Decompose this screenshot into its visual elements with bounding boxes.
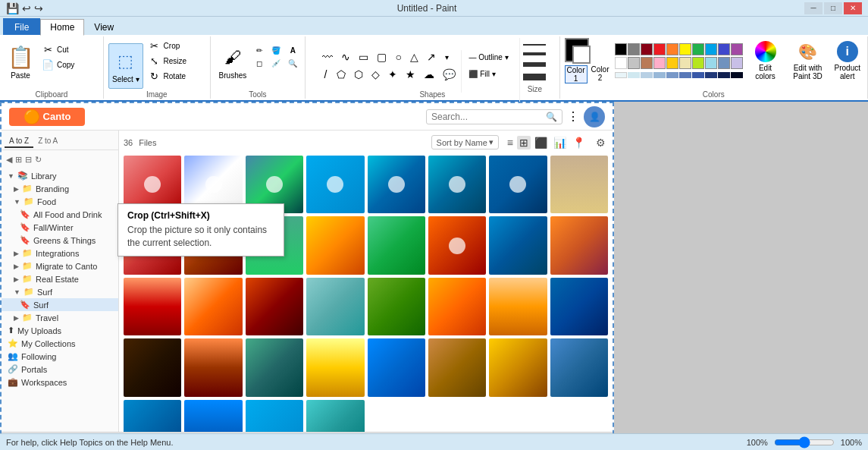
zoom-slider[interactable]: [774, 436, 835, 448]
shape-ellipse[interactable]: ○: [391, 49, 405, 65]
fill-button[interactable]: 🪣: [268, 44, 284, 57]
paste-button[interactable]: 📋 Paste: [5, 39, 36, 85]
color-brown[interactable]: [641, 57, 653, 69]
shape-cloud[interactable]: ☁: [420, 66, 438, 83]
canto-search-bar[interactable]: 🔍: [426, 109, 562, 124]
thumb-30[interactable]: [428, 338, 486, 396]
sidebar-item-library[interactable]: ▼ 📚 Library: [2, 169, 118, 182]
sidebar-item-fallwinter[interactable]: 🔖 Fall/Winter: [2, 221, 118, 234]
resize-button[interactable]: ⤡ Resize: [145, 53, 205, 68]
tab-home[interactable]: Home: [40, 19, 84, 36]
redo-icon[interactable]: ↪: [34, 2, 43, 14]
sidebar-item-migrate[interactable]: ▶ 📁 Migrate to Canto: [2, 260, 118, 272]
sidebar-item-surf[interactable]: 🔖 Surf: [2, 298, 118, 311]
shape-callout[interactable]: 💬: [439, 66, 459, 83]
thumb-6[interactable]: [428, 156, 486, 213]
thumb-35[interactable]: [246, 400, 303, 433]
crop-button[interactable]: ✂ Crop: [145, 38, 205, 53]
close-button[interactable]: ✕: [844, 2, 862, 14]
color-orange[interactable]: [666, 43, 678, 55]
view-map-icon[interactable]: 📍: [570, 136, 588, 149]
sidebar-item-travel[interactable]: ▶ 📁 Travel: [2, 311, 118, 324]
view-list-icon[interactable]: ≡: [505, 136, 515, 149]
thumb-29[interactable]: [368, 338, 425, 396]
color-green[interactable]: [692, 43, 704, 55]
pencil-button[interactable]: ✏: [252, 44, 267, 57]
color-white[interactable]: [615, 57, 627, 69]
thumb-22[interactable]: [428, 278, 486, 335]
shape-rect[interactable]: ▭: [355, 49, 372, 65]
rotate-button[interactable]: ↻ Rotate: [145, 68, 205, 83]
nav-expand-all[interactable]: ⊞: [15, 155, 22, 165]
thumb-24[interactable]: [550, 278, 608, 335]
view-grid-large-icon[interactable]: ⬛: [532, 136, 550, 149]
sidebar-item-realestate[interactable]: ▶ 📁 Real Estate: [2, 272, 118, 285]
shape-arrow[interactable]: ↗: [423, 49, 440, 65]
color-gray[interactable]: [628, 43, 640, 55]
shape-curve[interactable]: ∿: [337, 49, 354, 65]
more-options-icon[interactable]: ⋮: [567, 109, 579, 124]
shape-freeform[interactable]: 〰: [318, 49, 337, 65]
thumb-14[interactable]: [428, 216, 486, 274]
brushes-button[interactable]: 🖌 Brushes: [215, 39, 251, 85]
thumb-25[interactable]: [124, 338, 181, 396]
color-red[interactable]: [653, 43, 666, 55]
copy-button[interactable]: 📄 Copy: [38, 57, 99, 72]
thumb-23[interactable]: [489, 278, 547, 335]
select-button[interactable]: ⬚ Select ▾: [108, 43, 143, 89]
text-button[interactable]: A: [285, 44, 300, 57]
sort-button[interactable]: Sort by Name ▾: [431, 135, 499, 149]
color-lightblue[interactable]: [705, 57, 717, 69]
filter-icon[interactable]: ⚙: [594, 136, 608, 149]
color2-swatch[interactable]: [572, 46, 591, 64]
thumb-36[interactable]: [306, 400, 364, 433]
color-cream[interactable]: [679, 57, 691, 69]
tab-z-to-a[interactable]: Z to A: [33, 135, 62, 148]
thumb-26[interactable]: [184, 338, 242, 396]
sidebar-item-myuploads[interactable]: ⬆ My Uploads: [2, 324, 118, 337]
sidebar-item-integrations[interactable]: ▶ 📁 Integrations: [2, 247, 118, 260]
thumb-32[interactable]: [550, 338, 608, 396]
thumb-8[interactable]: [550, 156, 608, 213]
thumb-33[interactable]: [124, 400, 181, 433]
thumb-20[interactable]: [306, 278, 364, 335]
thumb-4[interactable]: [306, 156, 364, 213]
shape-star4[interactable]: ✦: [384, 66, 401, 83]
tab-file[interactable]: File: [3, 18, 40, 35]
color-darkred[interactable]: [641, 43, 653, 55]
color-lavender[interactable]: [731, 57, 743, 69]
nav-back[interactable]: ◀: [6, 155, 12, 165]
shape-pentagon[interactable]: ⬠: [333, 66, 349, 83]
eraser-button[interactable]: ◻: [252, 57, 267, 70]
shape-hex[interactable]: ⬡: [350, 66, 367, 83]
shape-diamond[interactable]: ◇: [368, 66, 384, 83]
color-blue[interactable]: [705, 43, 717, 55]
color-gold[interactable]: [666, 57, 678, 69]
magnifier-button[interactable]: 🔍: [285, 57, 300, 70]
sidebar-item-portals[interactable]: 🔗 Portals: [2, 363, 118, 376]
outline-button[interactable]: — Outline ▾: [465, 50, 518, 65]
thumb-15[interactable]: [489, 216, 547, 274]
edit-colors-button[interactable]: Editcolors: [746, 38, 785, 83]
shape-triangle[interactable]: △: [406, 49, 422, 65]
shape-line[interactable]: /: [318, 66, 332, 83]
tab-a-to-z[interactable]: A to Z: [5, 135, 33, 148]
color-yellow[interactable]: [679, 43, 691, 55]
color-lime[interactable]: [692, 57, 704, 69]
color-pink[interactable]: [653, 57, 666, 69]
minimize-button[interactable]: ─: [804, 2, 823, 14]
thumb-7[interactable]: [489, 156, 547, 213]
color-indigo[interactable]: [718, 43, 730, 55]
undo-icon[interactable]: ↩: [22, 2, 31, 14]
view-grid-small-icon[interactable]: ⊞: [517, 136, 531, 149]
thumb-13[interactable]: [368, 216, 425, 274]
colorpicker-button[interactable]: 💉: [268, 57, 284, 70]
color-black[interactable]: [615, 43, 627, 55]
shape-roundrect[interactable]: ▢: [373, 49, 390, 65]
thumb-31[interactable]: [489, 338, 547, 396]
thumb-27[interactable]: [246, 338, 303, 396]
nav-refresh[interactable]: ↻: [35, 155, 42, 165]
sidebar-item-surf-folder[interactable]: ▼ 📁 Surf: [2, 285, 118, 298]
sidebar-item-workspaces[interactable]: 💼 Workspaces: [2, 376, 118, 389]
fill-shapes-button[interactable]: ⬛ Fill ▾: [465, 67, 518, 82]
